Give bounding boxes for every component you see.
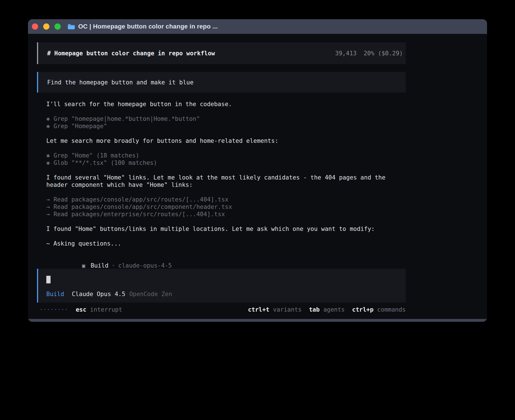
session-stats: 39,413 20% ($0.29) (335, 50, 403, 57)
context-usage: 20% ($0.29) (364, 50, 403, 57)
tool-call-label: Grep "homepage|home.*button|Home.*button… (54, 115, 200, 122)
token-count: 39,413 (335, 50, 357, 57)
provider-name: OpenCode Zen (129, 291, 172, 298)
window-bottom-edge (28, 319, 487, 322)
tool-call-label: Grep "Home" (18 matches) (54, 152, 139, 159)
user-message: Find the homepage button and make it blu… (37, 72, 406, 93)
status-left: ········ escinterrupt (40, 306, 122, 313)
arrow-right-icon: → (46, 211, 50, 218)
shortcut-label: agents (323, 306, 345, 313)
model-name: Claude Opus 4.5 (72, 291, 125, 298)
model-status-line: BuildClaude Opus 4.5OpenCode Zen (46, 290, 406, 298)
maximize-window-button[interactable] (54, 23, 61, 30)
shortcut-agents: tabagents (309, 306, 345, 313)
agent-name: Build (91, 262, 108, 269)
session-header: # Homepage button color change in repo w… (37, 42, 406, 64)
traffic-lights (32, 23, 61, 30)
spinner-dots: ········ (40, 306, 68, 313)
shortcut-variants: ctrl+tvariants (248, 306, 302, 313)
tool-call-grep: ✱Grep "Homepage" (37, 123, 406, 130)
shortcut-key: ctrl+p (352, 306, 374, 313)
text-cursor (46, 276, 51, 283)
user-message-text: Find the homepage button and make it blu… (47, 79, 193, 86)
shortcut-commands: ctrl+pcommands (352, 306, 406, 313)
terminal-pane: # Homepage button color change in repo w… (28, 34, 487, 319)
tool-call-grep: ✱Grep "homepage|home.*button|Home.*butto… (37, 115, 406, 123)
minimize-window-button[interactable] (43, 23, 49, 30)
asterisk-icon: ✱ (46, 152, 50, 159)
agent-model: claude-opus-4-5 (118, 262, 172, 269)
close-window-button[interactable] (32, 23, 38, 30)
assistant-text: header component which have "Home" links… (37, 181, 406, 189)
tool-call-glob: ✱Glob "**/*.tsx" (100 matches) (37, 159, 406, 167)
tool-call-label: Read packages/console/app/src/routes/[..… (54, 196, 229, 203)
prompt-input[interactable]: BuildClaude Opus 4.5OpenCode Zen (37, 269, 406, 303)
assistant-text: Let me search more broadly for buttons a… (37, 137, 406, 145)
shortcut-label: commands (377, 306, 406, 313)
agent-square-icon: ▣ (82, 262, 85, 269)
tool-call-grep: ✱Grep "Home" (18 matches) (37, 152, 406, 159)
working-status: ~ Asking questions... (37, 240, 406, 247)
window-titlebar: OC | Homepage button color change in rep… (28, 19, 487, 34)
dot-separator: · (112, 262, 115, 269)
asterisk-icon: ✱ (46, 115, 50, 122)
shortcut-label: interrupt (90, 306, 122, 313)
tool-call-label: Read packages/enterprise/src/routes/[...… (54, 211, 225, 218)
shortcut-label: variants (273, 306, 302, 313)
assistant-text: I found several "Home" links. Let me loo… (37, 174, 406, 181)
terminal-window: OC | Homepage button color change in rep… (28, 19, 487, 322)
agent-mode-label: Build (46, 291, 64, 298)
status-right: ctrl+tvariants tabagents ctrl+pcommands (248, 306, 406, 313)
assistant-text: I found "Home" buttons/links in multiple… (37, 225, 406, 233)
session-content: # Homepage button color change in repo w… (37, 42, 406, 313)
folder-icon (67, 24, 75, 30)
tool-call-read: →Read packages/console/app/src/component… (37, 203, 406, 211)
window-title: OC | Homepage button color change in rep… (78, 23, 218, 30)
shortcut-key: esc (76, 306, 86, 313)
tool-call-label: Grep "Homepage" (54, 123, 107, 130)
assistant-text: I'll search for the homepage button in t… (37, 100, 406, 108)
asterisk-icon: ✱ (46, 123, 50, 130)
shortcut-key: tab (309, 306, 320, 313)
shortcut-key: ctrl+t (248, 306, 269, 313)
asterisk-icon: ✱ (46, 159, 50, 166)
arrow-right-icon: → (46, 204, 50, 210)
status-bar: ········ escinterrupt ctrl+tvariants tab… (37, 306, 406, 313)
agent-status-line: ▣Build·claude-opus-4-5 (37, 255, 406, 262)
arrow-right-icon: → (46, 196, 50, 203)
tool-call-label: Glob "**/*.tsx" (100 matches) (54, 159, 157, 166)
tool-call-read: →Read packages/console/app/src/routes/[.… (37, 196, 406, 203)
shortcut-interrupt: escinterrupt (76, 306, 122, 313)
assistant-response: I'll search for the homepage button in t… (37, 100, 406, 262)
tool-call-read: →Read packages/enterprise/src/routes/[..… (37, 211, 406, 218)
tool-call-label: Read packages/console/app/src/component/… (54, 204, 232, 210)
window-title-group: OC | Homepage button color change in rep… (67, 23, 218, 30)
session-title: # Homepage button color change in repo w… (47, 50, 215, 57)
